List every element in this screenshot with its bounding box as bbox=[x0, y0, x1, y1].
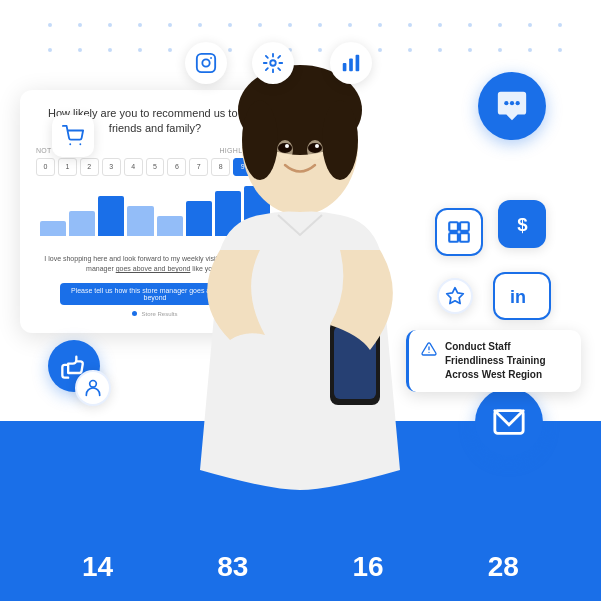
nps-3[interactable]: 3 bbox=[102, 158, 121, 176]
nps-2[interactable]: 2 bbox=[80, 158, 99, 176]
instagram-icon[interactable] bbox=[185, 42, 227, 84]
svg-point-7 bbox=[504, 101, 508, 105]
apps-icon[interactable] bbox=[435, 208, 483, 256]
nps-10[interactable]: 10 bbox=[255, 158, 274, 176]
svg-point-11 bbox=[79, 143, 81, 145]
nps-7[interactable]: 7 bbox=[189, 158, 208, 176]
analytics-icon[interactable] bbox=[330, 42, 372, 84]
alert-triangle-icon bbox=[421, 341, 437, 361]
svg-point-25 bbox=[322, 100, 358, 180]
mail-icon[interactable] bbox=[475, 388, 543, 456]
star-icon[interactable] bbox=[437, 278, 473, 314]
survey-footer: Store Results bbox=[36, 311, 274, 317]
stat-item-4: 28 bbox=[488, 553, 519, 581]
stat-num-1: 14 bbox=[82, 553, 113, 581]
alert-text: Conduct Staff Friendliness Training Acro… bbox=[445, 340, 569, 382]
svg-rect-0 bbox=[197, 54, 215, 72]
svg-rect-13 bbox=[460, 222, 469, 231]
nps-1[interactable]: 1 bbox=[58, 158, 77, 176]
svg-rect-14 bbox=[449, 233, 458, 242]
nps-6[interactable]: 6 bbox=[167, 158, 186, 176]
stat-num-2: 83 bbox=[217, 553, 248, 581]
svg-text:$: $ bbox=[517, 214, 528, 235]
nps-5[interactable]: 5 bbox=[146, 158, 165, 176]
survey-feedback-button[interactable]: Please tell us how this store manager go… bbox=[60, 283, 250, 305]
dollar-icon[interactable]: $ bbox=[498, 200, 546, 248]
svg-point-31 bbox=[315, 144, 319, 148]
svg-point-27 bbox=[307, 140, 323, 160]
footer-label: Store Results bbox=[141, 311, 177, 317]
nps-label-right: HIGHLY LIKELY bbox=[220, 147, 274, 154]
bottom-stats: 14 83 16 28 bbox=[0, 553, 601, 581]
svg-point-10 bbox=[69, 143, 71, 145]
svg-rect-6 bbox=[356, 55, 360, 72]
svg-point-3 bbox=[270, 60, 276, 66]
nps-9[interactable]: 9 bbox=[233, 158, 252, 176]
svg-point-18 bbox=[90, 381, 97, 388]
stat-num-4: 28 bbox=[488, 553, 519, 581]
svg-rect-32 bbox=[330, 320, 380, 405]
svg-point-21 bbox=[428, 352, 429, 353]
chat-icon[interactable] bbox=[478, 72, 546, 140]
nps-scale: 0 1 2 3 4 5 6 7 8 9 10 bbox=[36, 158, 274, 176]
nps-0[interactable]: 0 bbox=[36, 158, 55, 176]
svg-point-29 bbox=[308, 143, 322, 153]
cart-icon[interactable] bbox=[52, 115, 94, 157]
svg-point-1 bbox=[202, 59, 209, 66]
stat-item-2: 83 bbox=[217, 553, 248, 581]
user-icon[interactable] bbox=[75, 370, 111, 406]
svg-rect-5 bbox=[349, 58, 353, 71]
nps-8[interactable]: 8 bbox=[211, 158, 230, 176]
svg-point-8 bbox=[510, 101, 514, 105]
linkedin-icon[interactable]: in bbox=[493, 272, 551, 320]
survey-chart bbox=[36, 186, 274, 246]
svg-rect-33 bbox=[334, 326, 376, 399]
review-text: I love shopping here and look forward to… bbox=[36, 254, 274, 275]
svg-point-2 bbox=[210, 57, 212, 59]
stat-item-1: 14 bbox=[82, 553, 113, 581]
svg-text:in: in bbox=[510, 287, 526, 307]
settings-icon[interactable] bbox=[252, 42, 294, 84]
nps-4[interactable]: 4 bbox=[124, 158, 143, 176]
footer-dot bbox=[132, 311, 137, 316]
stat-item-3: 16 bbox=[353, 553, 384, 581]
svg-rect-4 bbox=[343, 63, 347, 71]
svg-rect-12 bbox=[449, 222, 458, 231]
svg-point-9 bbox=[516, 101, 520, 105]
stat-num-3: 16 bbox=[353, 553, 384, 581]
alert-card: Conduct Staff Friendliness Training Acro… bbox=[406, 330, 581, 392]
svg-rect-15 bbox=[460, 233, 469, 242]
